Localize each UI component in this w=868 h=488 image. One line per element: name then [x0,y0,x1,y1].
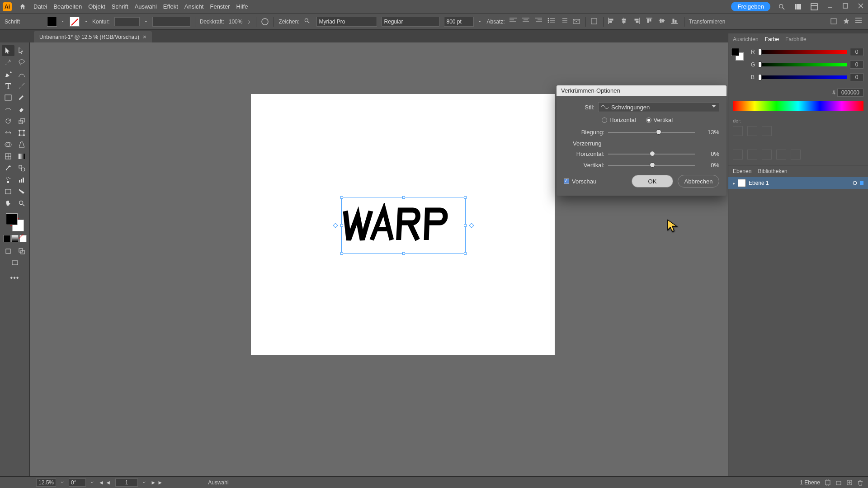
font-style-combo[interactable]: Regular [382,17,439,27]
curvature-tool[interactable] [15,69,28,80]
stroke-swatch[interactable] [70,17,80,27]
menu-help[interactable]: Hilfe [236,3,248,10]
horiz-dist-slider[interactable] [608,154,695,155]
scale-tool[interactable] [15,116,28,127]
font-size-combo[interactable]: 800 pt [444,17,474,27]
artboard[interactable] [251,94,555,355]
width-tool[interactable] [2,127,14,138]
halign-left-icon[interactable] [608,18,616,26]
handle-icon[interactable] [464,252,467,255]
valign-middle-icon[interactable] [659,18,667,26]
handle-icon[interactable] [464,196,467,199]
horiz-dist-value[interactable]: 0% [698,150,719,157]
artboard-nav[interactable]: 1 [115,479,138,487]
rectangle-tool[interactable] [2,92,14,103]
b-value[interactable]: 0 [850,73,863,81]
direct-selection-tool[interactable] [15,45,28,56]
handle-icon[interactable] [402,252,405,255]
zoom-combo[interactable]: 12.5% [36,479,56,487]
cancel-button[interactable]: Abbrechen [678,175,719,188]
halign-center-icon[interactable] [621,18,629,26]
eraser-tool[interactable] [15,104,28,115]
rotate-tool[interactable] [2,116,14,127]
fill-stroke-icon[interactable] [731,48,744,61]
chevron-down-icon[interactable] [478,19,482,25]
gradient-tool[interactable] [15,151,28,162]
recolor-icon[interactable] [261,18,269,26]
free-transform-tool[interactable] [15,127,28,138]
lasso-tool[interactable] [15,57,28,68]
edit-toolbar-icon[interactable]: ••• [10,274,19,282]
chevron-down-icon[interactable] [84,19,88,25]
prop-icon[interactable] [762,150,772,160]
style-combo[interactable]: Schwingungen [598,102,719,112]
line-tool[interactable] [15,80,28,91]
fill-swatch[interactable] [47,17,57,27]
menu-icon[interactable] [855,18,863,26]
bullet-list-icon[interactable] [547,18,556,26]
prop-icon[interactable] [791,150,801,160]
locate-icon[interactable] [825,479,831,486]
search-icon[interactable] [304,18,312,26]
draw-mode-normal[interactable] [2,246,14,257]
workspace-icon[interactable] [793,2,803,12]
isolate-icon[interactable] [830,18,838,26]
new-sublayer-icon[interactable] [835,479,842,486]
zoom-tool[interactable] [15,198,28,209]
vert-dist-slider[interactable] [608,165,695,166]
app-icon[interactable]: Ai [3,2,12,11]
menu-view[interactable]: Ansicht [184,3,204,10]
stroke-width-dropdown[interactable] [114,17,140,26]
menu-effect[interactable]: Effekt [163,3,178,10]
chevron-right-icon[interactable] [247,19,251,24]
libraries-tab[interactable]: Bibliotheken [758,168,787,174]
prop-icon[interactable] [776,150,786,160]
colorguide-tab[interactable]: Farbhilfe [785,36,807,42]
prop-icon[interactable] [733,126,743,136]
handle-icon[interactable] [464,224,467,227]
pen-tool[interactable] [2,69,14,80]
number-list-icon[interactable] [560,18,568,26]
handle-icon[interactable] [402,196,405,199]
r-value[interactable]: 0 [850,48,863,56]
paintbrush-tool[interactable] [15,92,28,103]
handle-icon[interactable] [340,224,343,227]
hand-tool[interactable] [2,198,14,209]
opacity-value[interactable]: 100% [229,19,243,25]
valign-bottom-icon[interactable] [671,18,679,26]
align-left-icon[interactable] [509,18,518,26]
maximize-icon[interactable] [843,3,850,10]
halign-right-icon[interactable] [633,18,642,26]
chevron-down-icon[interactable] [142,480,146,485]
fill-stroke-swatch[interactable] [6,213,24,231]
bend-value[interactable]: 13% [698,129,719,136]
close-icon[interactable] [858,3,865,10]
draw-mode-behind[interactable] [15,246,28,257]
horizontal-radio[interactable]: Horizontal [602,117,636,123]
hex-value[interactable]: 000000 [837,89,863,97]
text-port-icon[interactable] [333,223,338,228]
magic-wand-tool[interactable] [2,57,14,68]
g-slider[interactable] [759,63,847,66]
search-icon[interactable] [777,2,787,12]
align-tab[interactable]: Ausrichten [733,36,759,42]
menu-file[interactable]: Datei [33,3,47,10]
menu-type[interactable]: Schrift [112,3,128,10]
warp-text[interactable] [342,197,465,253]
menu-object[interactable]: Objekt [88,3,105,10]
envelope-icon[interactable] [573,18,581,26]
share-button[interactable]: Freigeben [731,2,770,11]
shaper-tool[interactable] [2,104,14,115]
ok-button[interactable]: OK [632,175,673,188]
screen-mode[interactable] [9,258,21,268]
preview-checkbox[interactable]: Vorschau [564,178,596,185]
variable-width-dropdown[interactable] [152,17,190,27]
slice-tool[interactable] [15,186,28,197]
graph-tool[interactable] [15,174,28,185]
rotation-combo[interactable]: 0° [69,479,86,487]
spectrum-bar[interactable] [733,101,863,111]
blend-tool[interactable] [15,163,28,174]
align-right-icon[interactable] [535,18,543,26]
layers-tab[interactable]: Ebenen [733,168,751,174]
align-center-icon[interactable] [522,18,530,26]
